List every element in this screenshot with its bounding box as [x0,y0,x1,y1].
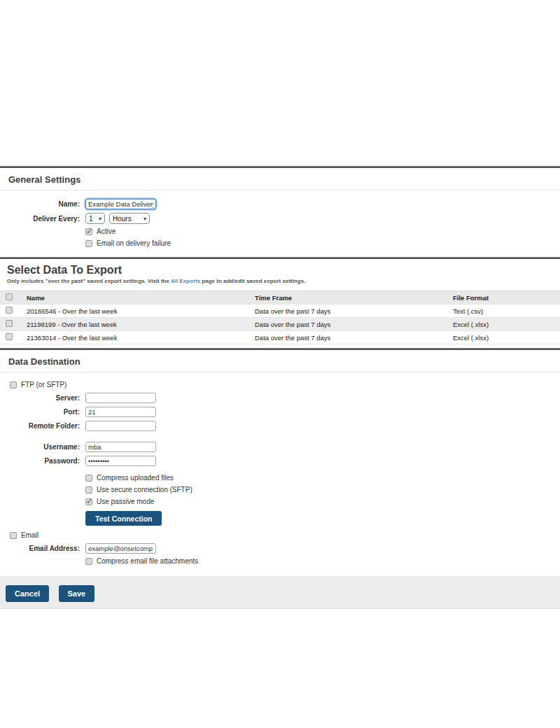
remote-folder-row: Remote Folder: [0,421,560,431]
email-checkbox[interactable] [10,532,17,539]
compress-uploaded-label: Compress uploaded files [97,474,174,482]
email-label: Email [21,531,38,539]
chevron-down-icon: ▾ [144,216,146,222]
email-row: Email [10,531,560,539]
compress-email-label: Compress email file attachments [97,557,198,565]
subtext-before: Only includes "over the past" saved expo… [7,278,169,284]
row-name: 20186546 - Over the last week [21,304,255,318]
table-header-row: Name Time Frame File Format [0,291,560,304]
col-header-fileformat: File Format [453,291,560,304]
save-button[interactable]: Save [59,585,95,602]
row-name: 21198199 - Over the last week [21,318,255,331]
compress-email-row: Compress email file attachments [85,557,560,565]
select-data-subtext: Only includes "over the past" saved expo… [0,277,560,290]
row-fileformat: Text (.csv) [453,304,560,318]
password-label: Password: [0,457,80,465]
name-input[interactable] [85,199,156,209]
exports-table: Name Time Frame File Format 20186546 - O… [0,290,560,344]
general-settings-section: General Settings Name: Deliver Every: 1 … [0,168,560,257]
general-settings-title: General Settings [0,168,560,190]
password-input[interactable] [85,456,156,466]
select-data-title: Select Data To Export [0,259,560,277]
footer-action-bar: Cancel Save [0,576,560,609]
row-fileformat: Excel (.xlsx) [453,331,560,344]
active-checkbox[interactable] [85,228,92,235]
col-header-name: Name [21,291,255,304]
unit-select-value: Hours [113,215,132,223]
row-timeframe: Data over the past 7 days [255,318,453,331]
deliver-every-row: Deliver Every: 1 ▾ Hours ▾ [0,213,560,224]
name-label: Name: [0,200,80,208]
email-on-failure-label: Email on delivery failure [97,239,171,247]
passive-mode-label: Use passive mode [97,498,154,505]
test-connection-button[interactable]: Test Connection [85,511,162,526]
secure-connection-label: Use secure connection (SFTP) [97,486,192,493]
data-destination-section: Data Destination FTP (or SFTP) Server: P… [0,350,560,575]
port-label: Port: [0,408,80,416]
chevron-down-icon: ▾ [99,216,102,222]
passive-mode-row: Use passive mode [85,498,560,505]
username-input[interactable] [85,442,156,452]
secure-connection-checkbox[interactable] [85,486,92,493]
row-checkbox[interactable] [6,307,13,314]
select-data-section: Select Data To Export Only includes "ove… [0,259,560,348]
deliver-every-label: Deliver Every: [0,215,80,223]
compress-uploaded-checkbox[interactable] [85,475,92,482]
table-row: 20186546 - Over the last week Data over … [0,304,560,318]
server-label: Server: [0,394,80,402]
row-fileformat: Excel (.xlsx) [453,318,560,331]
data-destination-title: Data Destination [0,350,560,372]
row-name: 21363014 - Over the last week [21,331,255,344]
ftp-label: FTP (or SFTP) [21,381,66,388]
row-checkbox[interactable] [6,320,13,327]
email-on-failure-checkbox[interactable] [85,240,92,247]
name-row: Name: [0,199,560,209]
row-timeframe: Data over the past 7 days [255,304,453,318]
all-exports-link[interactable]: All Exports [171,278,200,284]
email-address-label: Email Address: [0,545,80,552]
select-all-checkbox[interactable] [6,293,13,300]
remote-folder-input[interactable] [85,421,156,431]
port-input[interactable] [85,407,156,417]
row-checkbox[interactable] [6,333,13,340]
passive-mode-checkbox[interactable] [85,498,92,505]
email-address-row: Email Address: [0,543,560,554]
interval-select[interactable]: 1 ▾ [85,213,105,224]
row-timeframe: Data over the past 7 days [255,331,453,344]
unit-select[interactable]: Hours ▾ [109,213,150,224]
ftp-checkbox[interactable] [10,382,17,388]
ftp-row: FTP (or SFTP) [10,381,560,388]
top-whitespace [0,0,560,166]
active-label: Active [97,227,115,235]
table-row: 21198199 - Over the last week Data over … [0,318,560,331]
email-address-input[interactable] [85,543,156,554]
settings-page: General Settings Name: Deliver Every: 1 … [0,0,560,728]
server-row: Server: [0,393,560,403]
col-header-timeframe: Time Frame [255,291,453,304]
password-row: Password: [0,456,560,466]
interval-select-value: 1 [89,215,93,223]
remote-folder-label: Remote Folder: [0,422,80,430]
compress-email-checkbox[interactable] [85,558,92,565]
secure-connection-row: Use secure connection (SFTP) [85,486,560,493]
compress-uploaded-row: Compress uploaded files [85,474,560,482]
server-input[interactable] [85,393,156,403]
username-row: Username: [0,442,560,452]
username-label: Username: [0,443,80,451]
subtext-after: page to add/edit saved export settings. [202,278,305,284]
table-row: 21363014 - Over the last week Data over … [0,331,560,344]
port-row: Port: [0,407,560,417]
active-row: Active [85,227,560,235]
email-on-failure-row: Email on delivery failure [85,239,560,247]
cancel-button[interactable]: Cancel [6,585,49,602]
